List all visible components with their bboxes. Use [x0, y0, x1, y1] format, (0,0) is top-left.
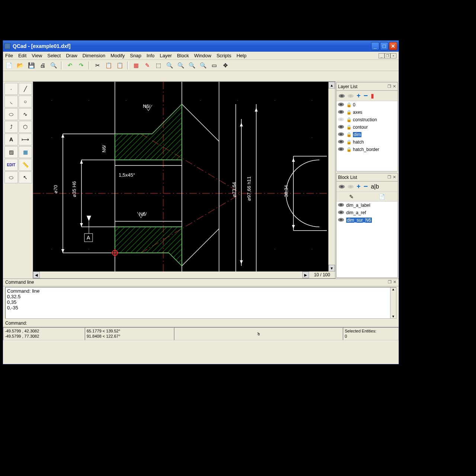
rename-block-icon[interactable]: a|b — [371, 183, 379, 190]
menu-info[interactable]: Info — [147, 53, 155, 58]
zoom-previous-icon[interactable]: ▭ — [210, 61, 219, 70]
layer-list[interactable]: 🔒0 🔒axes 🔒construction 🔒contour 🔒dim 🔒ha… — [337, 101, 398, 171]
close-panel-icon[interactable]: ✕ — [393, 175, 396, 180]
menu-window[interactable]: Window — [194, 53, 211, 58]
add-block-icon[interactable]: + — [357, 183, 361, 190]
mdi-window-controls[interactable]: _ ❐ × — [379, 53, 396, 58]
scroll-left-icon[interactable]: ◀ — [33, 271, 40, 278]
tool-measure[interactable]: 📏 — [19, 159, 32, 171]
menu-block[interactable]: Block — [177, 53, 189, 58]
undo-icon[interactable]: ↶ — [65, 61, 74, 70]
command-input-row[interactable]: Command: — [3, 319, 399, 327]
maximize-button[interactable]: □ — [380, 42, 388, 50]
show-all-icon[interactable] — [339, 94, 345, 98]
svg-marker-54 — [240, 260, 243, 264]
menu-layer[interactable]: Layer — [160, 53, 172, 58]
svg-text:⌀73,64: ⌀73,64 — [231, 182, 237, 197]
svg-point-4 — [200, 100, 201, 101]
svg-marker-51 — [80, 160, 83, 164]
redo-icon[interactable]: ↷ — [77, 61, 86, 70]
scroll-down-icon[interactable]: ▼ — [328, 265, 335, 271]
copy-icon[interactable]: 📋 — [104, 61, 113, 70]
tool-info[interactable]: ↖ — [19, 171, 32, 183]
tool-polyline[interactable]: ⤴ — [4, 121, 18, 133]
remove-block-icon[interactable]: − — [364, 182, 368, 191]
menu-view[interactable]: View — [32, 53, 42, 58]
layer-row: 🔒hatch_border — [337, 146, 398, 153]
menu-scripts[interactable]: Scripts — [216, 53, 231, 58]
mdi-restore-icon[interactable]: ❐ — [385, 53, 390, 58]
tool-line[interactable]: ╱ — [19, 83, 32, 95]
tool-palette: · ╱ ◟ ○ ⬭ ∿ ⤴ ⬡ A ⟼ ▨ ▦ EDIT 📏 ⬭ ↖ — [3, 81, 33, 279]
tool-shape[interactable]: ⬡ — [19, 121, 32, 133]
tool-spline[interactable]: ∿ — [19, 108, 32, 120]
zoom-extents-icon[interactable]: 🔍 — [187, 61, 196, 70]
tool-ellipse[interactable]: ⬭ — [4, 108, 18, 120]
select-window-icon[interactable]: ⬚ — [154, 61, 163, 70]
menu-dimension[interactable]: Dimension — [83, 53, 105, 58]
open-file-icon[interactable]: 📂 — [16, 61, 25, 70]
pan-icon[interactable]: ✥ — [221, 61, 230, 70]
tool-text[interactable]: A — [4, 134, 18, 145]
scroll-up-icon[interactable]: ▲ — [328, 82, 335, 89]
svg-point-8 — [51, 137, 52, 138]
tool-arc[interactable]: ◟ — [4, 96, 18, 107]
block-row: dim_sur_N6 — [337, 216, 398, 224]
menubar[interactable]: File Edit View Select Draw Dimension Mod… — [3, 52, 399, 60]
hide-all-blocks-icon[interactable] — [348, 185, 354, 189]
cut-icon[interactable]: ✂ — [93, 61, 102, 70]
menu-file[interactable]: File — [5, 53, 13, 58]
remove-layer-icon[interactable]: − — [364, 91, 368, 100]
draft-icon[interactable]: ✎ — [143, 61, 152, 70]
menu-snap[interactable]: Snap — [130, 53, 141, 58]
minimize-button[interactable]: _ — [371, 42, 379, 50]
menu-help[interactable]: Help — [237, 53, 247, 58]
zoom-ratio: 10 / 100 — [309, 271, 335, 278]
svg-text:1,5x45°: 1,5x45° — [119, 172, 135, 178]
tool-trim[interactable]: ⬭ — [4, 171, 18, 183]
tool-hatch[interactable]: ▨ — [4, 146, 18, 158]
undock-icon[interactable]: ❐ — [388, 280, 392, 285]
menu-edit[interactable]: Edit — [18, 53, 26, 58]
hide-all-icon[interactable] — [348, 94, 354, 98]
menu-select[interactable]: Select — [47, 53, 61, 58]
scroll-right-icon[interactable]: ▶ — [302, 271, 309, 278]
scroll-up-icon[interactable]: ▲ — [390, 287, 396, 291]
tool-point[interactable]: · — [4, 83, 18, 95]
show-all-blocks-icon[interactable] — [339, 185, 345, 189]
undock-icon[interactable]: ❐ — [387, 84, 391, 89]
tool-dimension[interactable]: ⟼ — [19, 134, 32, 145]
zoom-in-icon[interactable]: 🔍 — [165, 61, 174, 70]
tool-raster[interactable]: ▦ — [19, 146, 32, 158]
zoom-out-icon[interactable]: 🔍 — [176, 61, 185, 70]
mdi-minimize-icon[interactable]: _ — [379, 53, 385, 58]
grid-icon[interactable]: ▦ — [132, 61, 141, 70]
drawing-canvas[interactable]: ⌀70 ⌀35 H6 ⌀73,64 ⌀97,66 h11 38,34 1,5x4… — [33, 81, 335, 279]
horizontal-scrollbar[interactable]: ◀ ▶ 10 / 100 — [33, 271, 335, 278]
menu-draw[interactable]: Draw — [66, 53, 77, 58]
new-file-icon[interactable]: 📄 — [4, 61, 13, 70]
save-icon[interactable]: 💾 — [27, 61, 36, 70]
add-layer-icon[interactable]: + — [357, 92, 361, 100]
edit-layer-icon[interactable]: ▮ — [371, 92, 374, 99]
scroll-down-icon[interactable]: ▼ — [390, 315, 396, 318]
tool-circle[interactable]: ○ — [19, 96, 32, 107]
block-list[interactable]: dim_a_label dim_a_ref dim_sur_N6 — [337, 202, 398, 277]
layer-row: 🔒axes — [337, 109, 398, 116]
paste-icon[interactable]: 📋 — [115, 61, 124, 70]
print-preview-icon[interactable]: 🔍 — [49, 61, 58, 70]
titlebar[interactable]: QCad - [example01.dxf] _ □ ✕ — [3, 41, 399, 52]
undock-icon[interactable]: ❐ — [387, 175, 391, 180]
vertical-scrollbar[interactable]: ▲ ▼ — [328, 82, 335, 271]
edit-block-icon[interactable]: ✎ — [349, 194, 354, 200]
separator — [127, 61, 129, 70]
menu-modify[interactable]: Modify — [110, 53, 125, 58]
mdi-close-icon[interactable]: × — [390, 53, 396, 58]
close-button[interactable]: ✕ — [389, 42, 397, 50]
zoom-window-icon[interactable]: 🔍 — [199, 61, 208, 70]
tool-edit[interactable]: EDIT — [4, 159, 18, 171]
close-panel-icon[interactable]: ✕ — [393, 280, 396, 285]
close-panel-icon[interactable]: ✕ — [393, 84, 396, 89]
print-icon[interactable]: 🖨 — [38, 61, 47, 70]
insert-block-icon[interactable]: 📄 — [379, 194, 385, 200]
